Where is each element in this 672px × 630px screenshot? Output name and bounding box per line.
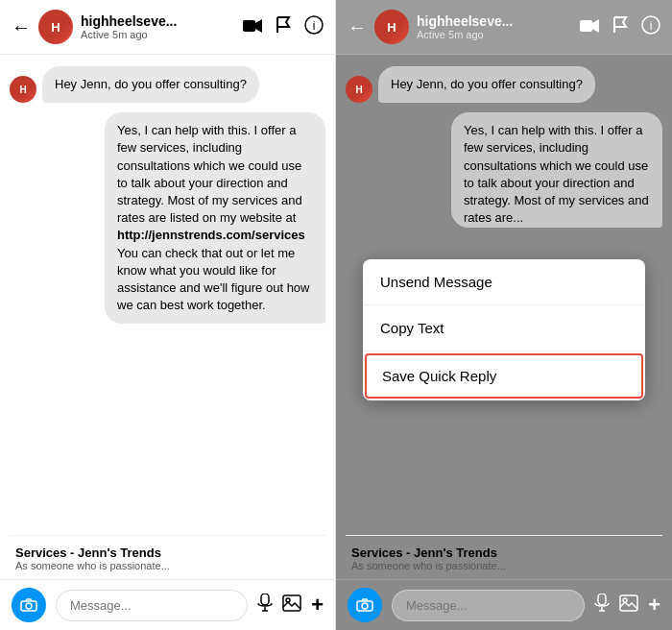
left-back-button[interactable]: ←: [12, 16, 31, 38]
right-flag-icon[interactable]: [612, 16, 628, 38]
svg-text:i: i: [650, 19, 653, 33]
svg-point-5: [26, 603, 32, 609]
left-bottom-bar: +: [0, 579, 335, 630]
svg-rect-17: [598, 594, 606, 605]
right-username: highheelseve...: [417, 13, 572, 29]
right-phone-panel: ← H highheelseve... Active 5m ago i H He…: [336, 0, 672, 630]
context-menu-copy[interactable]: Copy Text: [363, 305, 645, 351]
left-message-input[interactable]: [56, 590, 248, 621]
left-status: Active 5m ago: [81, 29, 235, 40]
right-header: ← H highheelseve... Active 5m ago i: [336, 0, 672, 55]
left-phone-panel: ← H highheelseve... Active 5m ago i H He…: [0, 0, 336, 630]
svg-rect-9: [283, 595, 300, 611]
right-bubble-incoming: Hey Jenn, do you offer consulting?: [378, 66, 595, 103]
svg-rect-0: [243, 20, 255, 32]
left-bubble-incoming: Hey Jenn, do you offer consulting?: [42, 66, 259, 103]
svg-rect-20: [620, 595, 637, 611]
right-info-icon[interactable]: i: [641, 15, 660, 39]
left-link[interactable]: http://jennstrends.com/services: [117, 228, 305, 242]
left-chat-area: H Hey Jenn, do you offer consulting? Yes…: [0, 55, 335, 531]
left-info-icon[interactable]: i: [304, 15, 324, 39]
context-menu-unsend[interactable]: Unsend Message: [363, 259, 645, 305]
right-mic-icon[interactable]: [594, 594, 610, 618]
left-mic-icon[interactable]: [257, 594, 273, 618]
left-link-card: Services - Jenn's Trends As someone who …: [10, 535, 325, 575]
left-msg-incoming: H Hey Jenn, do you offer consulting?: [10, 66, 325, 103]
left-flag-icon[interactable]: [276, 16, 291, 38]
right-link-card-title: Services - Jenn's Trends: [351, 545, 657, 560]
right-header-icons: i: [580, 15, 660, 39]
right-msg-incoming: H Hey Jenn, do you offer consulting?: [346, 66, 662, 103]
svg-rect-6: [261, 594, 269, 605]
svg-marker-1: [255, 19, 262, 33]
context-menu: Unsend Message Copy Text Save Quick Repl…: [363, 259, 645, 400]
right-bubble-outgoing: Yes, I can help with this. I offer a few…: [451, 112, 662, 228]
right-msg-avatar: H: [346, 76, 372, 103]
right-link-card-sub: As someone who is passionate...: [351, 560, 657, 571]
left-username: highheelseve...: [81, 13, 235, 29]
left-camera-button[interactable]: [12, 588, 46, 622]
right-avatar: H: [374, 10, 409, 44]
left-msg-avatar: H: [10, 76, 36, 103]
right-bottom-bar: +: [336, 579, 672, 630]
left-bubble-outgoing: Yes, I can help with this. I offer a few…: [105, 112, 325, 324]
right-video-icon[interactable]: [580, 17, 599, 37]
left-header: ← H highheelseve... Active 5m ago i: [0, 0, 335, 55]
right-msg-outgoing: Yes, I can help with this. I offer a few…: [346, 112, 662, 228]
right-camera-button[interactable]: [348, 588, 382, 622]
left-video-icon[interactable]: [243, 17, 262, 37]
svg-point-16: [362, 603, 368, 609]
right-image-icon[interactable]: [619, 594, 638, 617]
left-avatar: H: [38, 10, 73, 44]
right-link-card: Services - Jenn's Trends As someone who …: [346, 535, 662, 575]
left-image-icon[interactable]: [282, 594, 301, 617]
left-header-icons: i: [243, 15, 324, 39]
left-msg-outgoing: Yes, I can help with this. I offer a few…: [10, 112, 325, 324]
right-status: Active 5m ago: [417, 29, 572, 40]
right-plus-icon[interactable]: +: [648, 593, 660, 618]
svg-text:i: i: [313, 19, 316, 33]
left-link-card-sub: As someone who is passionate...: [15, 560, 320, 571]
left-plus-icon[interactable]: +: [311, 593, 324, 618]
svg-marker-12: [592, 19, 599, 33]
right-message-input[interactable]: [392, 590, 585, 621]
right-back-button[interactable]: ←: [348, 16, 367, 38]
left-header-info: highheelseve... Active 5m ago: [81, 13, 235, 40]
svg-rect-11: [580, 20, 592, 32]
left-link-card-title: Services - Jenn's Trends: [15, 545, 320, 560]
context-menu-save-quick-reply[interactable]: Save Quick Reply: [365, 353, 643, 399]
right-header-info: highheelseve... Active 5m ago: [417, 13, 572, 40]
